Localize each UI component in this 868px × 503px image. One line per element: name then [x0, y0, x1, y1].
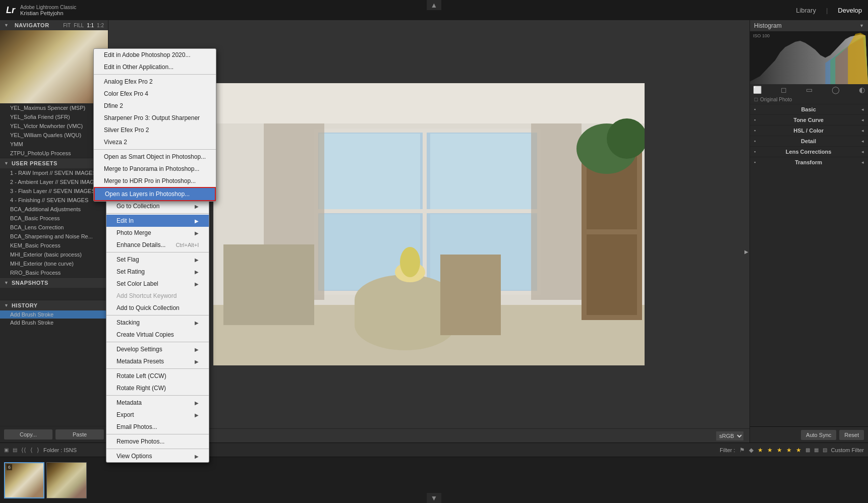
- snapshots-header[interactable]: ▼ Snapshots: [0, 277, 108, 288]
- filter-mode-1[interactable]: ▩: [805, 447, 810, 453]
- collection-item-yel-william[interactable]: YEL_William Quarles (WQU): [0, 131, 108, 140]
- nav-prev-prev[interactable]: ⟨⟨: [21, 447, 26, 454]
- ctx-stacking[interactable]: Stacking ▶: [106, 317, 209, 329]
- history-item-1[interactable]: Add Brush Stroke: [0, 310, 108, 319]
- paste-button[interactable]: Paste: [55, 429, 104, 439]
- history-item-2[interactable]: Add Brush Stroke: [0, 319, 108, 327]
- history-content: Add Brush Stroke Add Brush Stroke: [0, 310, 108, 327]
- ctx-metadata-presets[interactable]: Metadata Presets ▶: [106, 355, 209, 367]
- hist-icon-1[interactable]: ⬜: [753, 86, 762, 94]
- star-5[interactable]: ★: [796, 447, 801, 454]
- nav-fill[interactable]: FILL: [74, 23, 84, 28]
- section-tone-curve[interactable]: ▪ Tone Curve ◂: [750, 114, 868, 125]
- preset-item-bca-lens[interactable]: BCA_Lens Correction: [0, 223, 108, 232]
- preset-item-bca-add[interactable]: BCA_Additional Adjustments: [0, 205, 108, 214]
- nav-1to1[interactable]: 1:1: [87, 23, 94, 28]
- star-2[interactable]: ★: [767, 447, 773, 454]
- submenu-silver-efex[interactable]: Silver Efex Pro 2: [94, 124, 216, 136]
- right-collapse-handle[interactable]: ▶: [743, 245, 749, 259]
- nav-prev[interactable]: ⟨: [30, 447, 33, 454]
- ctx-set-color[interactable]: Set Color Label ▶: [106, 278, 209, 290]
- section-lens[interactable]: ▪ Lens Corrections ◂: [750, 146, 868, 157]
- ctx-view-options[interactable]: View Options ▶: [106, 450, 209, 462]
- ctx-remove-photos[interactable]: Remove Photos...: [106, 435, 209, 448]
- hist-icon-4[interactable]: ◯: [832, 86, 840, 94]
- ctx-edit-in[interactable]: Edit In ▶: [106, 215, 209, 227]
- section-transform[interactable]: ▪ Transform ◂: [750, 157, 868, 167]
- preset-item-kem[interactable]: KEM_Basic Process: [0, 241, 108, 250]
- collection-item-yel-maximus[interactable]: YEL_Maximus Spencer (MSP): [0, 103, 108, 112]
- view-mode-2[interactable]: ▤: [13, 447, 17, 453]
- ctx-set-rating[interactable]: Set Rating ▶: [106, 266, 209, 278]
- ctx-develop-settings[interactable]: Develop Settings ▶: [106, 343, 209, 355]
- copy-button[interactable]: Copy...: [4, 429, 52, 439]
- preset-item-2[interactable]: 2 - Ambient Layer // SEVEN IMAGES: [0, 177, 108, 186]
- submenu-open-layers[interactable]: Open as Layers in Photoshop...: [94, 187, 216, 201]
- proofing-profile-select[interactable]: sRGB: [716, 431, 743, 441]
- history-header[interactable]: ▼ History: [0, 300, 108, 310]
- ctx-export[interactable]: Export ▶: [106, 409, 209, 421]
- hist-icon-5[interactable]: ◐: [859, 86, 865, 94]
- filter-mode-2[interactable]: ▦: [814, 447, 819, 453]
- submenu-smart-object[interactable]: Open as Smart Object in Photoshop...: [94, 151, 216, 163]
- submenu-dfine2[interactable]: Dfine 2: [94, 100, 216, 112]
- nav-next[interactable]: ⟩: [37, 447, 39, 454]
- star-1[interactable]: ★: [758, 447, 763, 454]
- top-nav-arrow[interactable]: ▲: [427, 0, 442, 10]
- auto-sync-button[interactable]: Auto Sync: [801, 430, 836, 440]
- star-4[interactable]: ★: [786, 447, 792, 454]
- star-3[interactable]: ★: [777, 447, 782, 454]
- preset-item-rro[interactable]: RRO_Basic Process: [0, 268, 108, 277]
- submenu-edit-ps2020[interactable]: Edit in Adobe Photoshop 2020...: [94, 49, 216, 61]
- preset-item-bca-sharp[interactable]: BCA_Sharpening and Noise Re...: [0, 232, 108, 241]
- navigator-header[interactable]: ▼ Navigator FIT FILL 1:1 1:2: [0, 20, 108, 30]
- ctx-email-photos[interactable]: Email Photos...: [106, 421, 209, 433]
- preset-item-3[interactable]: 3 - Flash Layer // SEVEN IMAGES: [0, 186, 108, 196]
- ctx-enhance-details[interactable]: Enhance Details... Ctrl+Alt+I: [106, 239, 209, 251]
- histogram-header[interactable]: Histogram ▼: [750, 20, 868, 31]
- section-detail[interactable]: ▪ Detail ◂: [750, 136, 868, 146]
- ctx-set-flag[interactable]: Set Flag ▶: [106, 254, 209, 266]
- reset-button[interactable]: Reset: [839, 430, 864, 440]
- left-panel: ▼ Navigator FIT FILL 1:1 1:2 YEL_Maximus…: [0, 20, 108, 443]
- preset-item-bca-basic[interactable]: BCA_Basic Process: [0, 214, 108, 223]
- submenu-panorama[interactable]: Merge to Panorama in Photoshop...: [94, 163, 216, 175]
- collection-item-yel-sofia[interactable]: YEL_Sofia Friend (SFR): [0, 112, 108, 121]
- preset-item-mhi-tone[interactable]: MHI_Exterior (tone curve): [0, 259, 108, 268]
- collection-item-yel-victor[interactable]: YEL_Victor Mcwhorter (VMC): [0, 121, 108, 131]
- film-thumb-1[interactable]: 6: [4, 462, 44, 498]
- nav-ratio[interactable]: 1:2: [97, 23, 104, 28]
- filter-mode-3[interactable]: ▧: [823, 447, 827, 453]
- film-thumb-2[interactable]: [46, 462, 87, 498]
- library-nav[interactable]: Library: [796, 7, 816, 14]
- section-basic[interactable]: ▪ Basic ◂: [750, 104, 868, 114]
- collection-item-ymm[interactable]: YMM: [0, 140, 108, 149]
- ctx-photo-merge[interactable]: Photo Merge ▶: [106, 227, 209, 239]
- preset-item-1[interactable]: 1 - RAW Import // SEVEN IMAGES: [0, 168, 108, 177]
- ctx-rotate-left[interactable]: Rotate Left (CCW): [106, 370, 209, 382]
- user-presets-header[interactable]: ▼ User Presets: [0, 158, 108, 168]
- submenu-sharpener[interactable]: Sharpener Pro 3: Output Sharpener: [94, 112, 216, 124]
- submenu-hdr-pro[interactable]: Merge to HDR Pro in Photoshop...: [94, 175, 216, 187]
- submenu-analog-efex[interactable]: Analog Efex Pro 2: [94, 76, 216, 88]
- ctx-create-virtual[interactable]: Create Virtual Copies: [106, 329, 209, 341]
- view-mode-1[interactable]: ▣: [4, 447, 9, 453]
- hist-icon-2[interactable]: ◻: [781, 86, 787, 94]
- section-hsl[interactable]: ▪ HSL / Color ◂: [750, 125, 868, 136]
- submenu-color-efex[interactable]: Color Efex Pro 4: [94, 88, 216, 100]
- submenu-viveza2[interactable]: Viveza 2: [94, 136, 216, 148]
- hist-icon-3[interactable]: ▭: [806, 86, 813, 94]
- ctx-rotate-right[interactable]: Rotate Right (CW): [106, 382, 209, 394]
- bottom-nav-arrow[interactable]: ▼: [427, 493, 442, 503]
- submenu-edit-other[interactable]: Edit in Other Application...: [94, 61, 216, 73]
- nav-fit[interactable]: FIT: [63, 23, 71, 28]
- preset-item-mhi-ext[interactable]: MHI_Exterior (basic process): [0, 250, 108, 259]
- ctx-add-quick[interactable]: Add to Quick Collection: [106, 302, 209, 314]
- filter-color-icon[interactable]: ◆: [749, 447, 754, 454]
- preset-item-4[interactable]: 4 - Finishing // SEVEN IMAGES: [0, 196, 108, 205]
- ctx-metadata[interactable]: Metadata ▶: [106, 397, 209, 409]
- ctx-goto-collection[interactable]: Go to Collection ▶: [106, 200, 209, 212]
- filter-flag-icon[interactable]: ⚑: [739, 447, 745, 454]
- collection-item-ztpu[interactable]: ZTPU_PhotoUp Process: [0, 149, 108, 158]
- develop-nav[interactable]: Develop: [838, 7, 862, 14]
